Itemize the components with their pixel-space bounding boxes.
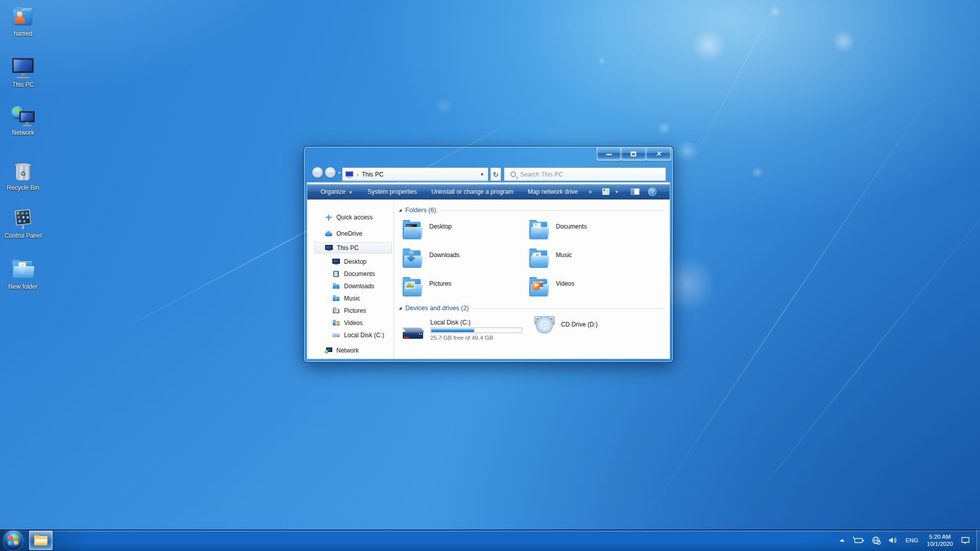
maximize-button[interactable] <box>621 147 646 161</box>
file-explorer-icon <box>34 535 47 545</box>
desktop-icon-control-panel[interactable]: Control Panel <box>1 208 45 240</box>
group-divider <box>440 210 664 211</box>
folder-tile-pictures[interactable]: Pictures <box>401 276 526 302</box>
sidebar-item-desktop[interactable]: Desktop <box>307 256 394 267</box>
pictures-folder-icon <box>332 307 340 315</box>
wallpaper-bokeh <box>692 29 726 62</box>
documents-folder-icon <box>332 270 340 278</box>
network-status-icon[interactable] <box>868 530 885 551</box>
address-location: This PC <box>362 171 384 178</box>
tray-overflow-button[interactable] <box>836 530 849 551</box>
music-folder-icon: ♫ <box>527 248 551 271</box>
sidebar-item-downloads[interactable]: ↓ Downloads <box>307 281 394 292</box>
control-panel-icon <box>10 208 36 231</box>
system-properties-button[interactable]: System properties <box>368 184 417 199</box>
wallpaper-light-beam <box>635 57 956 531</box>
drive-name: CD Drive (D:) <box>561 321 598 328</box>
forward-button[interactable]: → <box>325 167 336 178</box>
wallpaper-bokeh <box>832 30 855 53</box>
drive-tile-cd[interactable]: CD Drive (D:) <box>527 314 653 344</box>
address-bar[interactable]: › This PC ▼ <box>342 167 488 181</box>
sidebar-item-onedrive[interactable]: OneDrive <box>307 228 394 239</box>
desktop-icon-user-folder[interactable]: hamed <box>1 6 45 38</box>
recent-locations-caret-icon[interactable]: ▼ <box>337 171 341 176</box>
collapse-triangle-icon <box>399 307 402 310</box>
folder-tile-downloads[interactable]: Downloads <box>401 247 526 273</box>
group-divider <box>473 308 664 309</box>
group-header-folders[interactable]: Folders (6) <box>399 206 664 214</box>
sidebar-item-videos[interactable]: Videos <box>307 317 394 329</box>
change-view-button[interactable] <box>602 188 610 196</box>
drive-name: Local Disk (C:) <box>430 319 522 326</box>
search-box[interactable] <box>504 167 666 181</box>
user-folder-icon <box>10 6 36 29</box>
music-folder-icon: ♪ <box>332 294 340 303</box>
sidebar-item-quick-access[interactable]: Quick access <box>307 212 394 223</box>
search-input[interactable] <box>520 171 666 178</box>
refresh-button[interactable]: ↻ <box>491 167 501 181</box>
desktop-icon-recycle-bin[interactable]: ♻ Recycle Bin <box>1 160 45 192</box>
desktop-icon-label: Recycle Bin <box>7 184 39 191</box>
taskbar-file-explorer-button[interactable] <box>29 531 53 550</box>
battery-status-icon[interactable] <box>849 530 868 551</box>
drive-tile-local-disk[interactable]: Local Disk (C:) 25.7 GB free of 49.4 GB <box>401 314 526 344</box>
breadcrumb-separator-icon: › <box>357 171 359 178</box>
map-network-drive-button[interactable]: Map network drive <box>528 184 578 199</box>
group-header-devices[interactable]: Devices and drives (2) <box>399 304 664 312</box>
sidebar-item-music[interactable]: ♪ Music <box>307 293 394 304</box>
folder-tile-videos[interactable]: Videos <box>527 276 653 302</box>
address-dropdown-icon[interactable]: ▼ <box>480 172 484 177</box>
language-indicator[interactable]: ENG <box>901 537 923 543</box>
help-button[interactable]: ? <box>648 188 657 196</box>
close-button[interactable]: ✕ <box>646 147 671 161</box>
folder-tile-music[interactable]: ♫ Music <box>527 247 653 273</box>
hard-drive-icon <box>403 328 424 341</box>
wallpaper-bokeh <box>770 6 781 17</box>
onedrive-icon <box>325 230 333 238</box>
desktop-icon-label: Network <box>12 129 34 136</box>
back-button[interactable]: ← <box>312 167 323 178</box>
action-center-button[interactable] <box>957 530 974 551</box>
sidebar-item-pictures[interactable]: Pictures <box>307 305 394 316</box>
clock-time: 5:20 AM <box>929 534 950 540</box>
downloads-folder-icon <box>401 248 424 271</box>
videos-folder-icon <box>527 277 551 300</box>
desktop-icon-network[interactable]: Network <box>1 105 45 137</box>
disk-usage-fill <box>431 329 474 332</box>
volume-icon[interactable] <box>885 530 901 551</box>
desktop-icon-this-pc[interactable]: This PC <box>1 57 45 89</box>
desktop-icon-new-folder[interactable]: New folder <box>1 259 45 291</box>
minimize-button[interactable] <box>597 147 621 161</box>
breadcrumb[interactable]: › This PC <box>342 168 480 181</box>
disk-free-space: 25.7 GB free of 49.4 GB <box>430 335 522 341</box>
this-pc-icon <box>10 57 36 80</box>
folder-tile-documents[interactable]: Documents <box>527 218 653 245</box>
back-arrow-icon: ← <box>314 169 321 176</box>
preview-pane-button[interactable] <box>631 188 640 196</box>
network-icon <box>325 346 333 355</box>
navigation-pane: Quick access OneDrive This PC Desktop Do… <box>307 199 394 359</box>
uninstall-program-button[interactable]: Uninstall or change a program <box>431 184 513 199</box>
show-desktop-button[interactable] <box>976 530 980 551</box>
toolbar-overflow-button[interactable]: » <box>589 184 593 199</box>
start-button[interactable] <box>4 531 23 550</box>
views-caret-icon[interactable]: ▼ <box>615 190 619 194</box>
pictures-folder-icon <box>401 277 424 300</box>
organize-button[interactable]: Organize▼ <box>321 184 353 199</box>
disk-usage-bar <box>430 328 522 333</box>
wallpaper-light-beam <box>725 168 980 534</box>
sidebar-item-this-pc[interactable]: This PC <box>314 242 392 254</box>
explorer-window: ✕ ← → ▼ › This PC ▼ ↻ Organize▼ System p… <box>304 146 673 362</box>
desktop-icon-label: hamed <box>14 30 33 37</box>
sidebar-item-documents[interactable]: Documents <box>307 268 394 280</box>
wallpaper-bokeh <box>435 97 453 115</box>
refresh-icon: ↻ <box>493 170 499 179</box>
recycle-bin-icon: ♻ <box>10 160 36 183</box>
sidebar-item-network[interactable]: Network <box>307 345 394 356</box>
search-icon <box>510 171 516 177</box>
sidebar-item-local-disk[interactable]: Local Disk (C:) <box>307 330 394 341</box>
preview-pane-icon <box>631 188 640 195</box>
taskbar-clock[interactable]: 5:20 AM 10/1/2020 <box>923 533 957 547</box>
folder-tile-desktop[interactable]: Desktop <box>401 218 526 245</box>
explorer-body: Quick access OneDrive This PC Desktop Do… <box>307 199 670 359</box>
